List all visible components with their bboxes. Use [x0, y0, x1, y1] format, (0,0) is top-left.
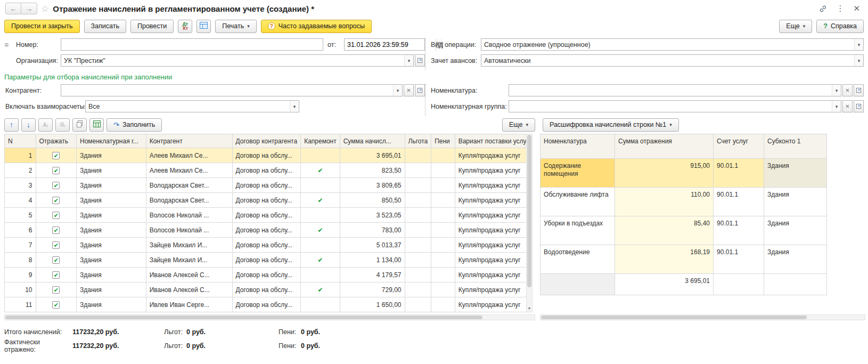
- nomenclature-group-clear-button[interactable]: ✕: [842, 100, 853, 112]
- close-icon[interactable]: ✕: [850, 4, 863, 13]
- back-button[interactable]: ←: [5, 3, 21, 14]
- reflect-checkbox[interactable]: ✔: [52, 256, 60, 264]
- scroll-down-icon[interactable]: ▼: [527, 305, 532, 312]
- table-row[interactable]: 8✔ЗданияЗайцев Михаил И...Договор на обс…: [5, 253, 533, 268]
- column-header[interactable]: N: [5, 134, 36, 148]
- more-menu-icon[interactable]: ⋮: [833, 4, 847, 13]
- move-up-button[interactable]: ↑: [4, 118, 19, 132]
- column-header[interactable]: Контрагент: [146, 134, 232, 148]
- check-all-button[interactable]: [89, 118, 104, 132]
- help-button[interactable]: ?Справка: [816, 20, 864, 33]
- chevron-down-icon[interactable]: ▾: [290, 101, 299, 112]
- nomenclature-clear-button[interactable]: ✕: [842, 84, 853, 96]
- chevron-down-icon[interactable]: ▾: [832, 101, 841, 112]
- print-button[interactable]: Печать▾: [215, 20, 256, 33]
- column-header[interactable]: Номенклатурная г...: [76, 134, 146, 148]
- print-label: Печать: [222, 22, 244, 30]
- column-header[interactable]: Сумма начисл...: [340, 134, 405, 148]
- counterparty-open-button[interactable]: [415, 84, 425, 96]
- sort-descending-button[interactable]: Я↓: [55, 118, 70, 132]
- reflect-checkbox[interactable]: ✔: [52, 271, 60, 279]
- nomenclature-group-open-button[interactable]: [854, 100, 864, 112]
- table-row[interactable]: 4✔ЗданияВолодарская Свет...Договор на об…: [5, 193, 533, 208]
- operation-combo[interactable]: Сводное отражение (упрощенное) ▾: [481, 38, 864, 51]
- chevron-down-icon[interactable]: ▾: [854, 55, 863, 66]
- column-header[interactable]: Капремонт: [301, 134, 340, 148]
- date-input[interactable]: [345, 39, 436, 50]
- column-header[interactable]: Договор контрагента: [232, 134, 301, 148]
- reflect-checkbox[interactable]: ✔: [52, 212, 60, 219]
- table-row[interactable]: 5✔ЗданияВолосов Николай ...Договор на об…: [5, 208, 533, 223]
- column-header[interactable]: Вариант поставки услуг: [455, 134, 532, 148]
- column-header[interactable]: Субконто 1: [764, 134, 827, 159]
- table-row[interactable]: 1✔ЗданияАлеев Михаил Се...Договор на обс…: [5, 148, 533, 163]
- nomenclature-combo[interactable]: ▾: [509, 84, 841, 96]
- reflect-checkbox[interactable]: ✔: [52, 197, 60, 204]
- cell-contract: Договор на обслу...: [232, 223, 301, 238]
- dtkt-button[interactable]: ДтКт: [178, 20, 192, 33]
- vertical-scrollbar[interactable]: ▼: [526, 134, 533, 312]
- table-row[interactable]: 3✔ЗданияВолодарская Свет...Договор на об…: [5, 178, 533, 193]
- advance-combo[interactable]: Автоматически ▾: [481, 54, 864, 67]
- table-row[interactable]: 11✔ЗданияИвлев Иван Серге...Договор на о…: [5, 297, 533, 312]
- favorite-star-icon[interactable]: ☆: [41, 3, 49, 14]
- fill-button[interactable]: ↷Заполнить: [107, 118, 162, 132]
- cell-penalty: [431, 282, 455, 297]
- table-row[interactable]: 7✔ЗданияЗайцев Михаил И...Договор на обс…: [5, 238, 533, 253]
- move-down-button[interactable]: ↓: [21, 118, 36, 132]
- organization-open-button[interactable]: [415, 54, 425, 67]
- forward-button[interactable]: →: [21, 3, 37, 14]
- horizontal-scrollbar-right[interactable]: [540, 314, 865, 320]
- cell-benefit: [405, 297, 431, 312]
- reflect-checkbox[interactable]: ✔: [52, 241, 60, 249]
- organization-combo[interactable]: УК "Престиж" ▾: [61, 54, 414, 67]
- nomenclature-open-button[interactable]: [854, 84, 864, 96]
- grid-more-button[interactable]: Еще▾: [502, 118, 535, 132]
- table-row[interactable]: 6✔ЗданияВолосов Николай ...Договор на об…: [5, 223, 533, 238]
- column-header[interactable]: Пени: [431, 134, 455, 148]
- copy-row-button[interactable]: [72, 118, 87, 132]
- post-button[interactable]: Провести: [130, 20, 174, 33]
- horizontal-scrollbar-thumb[interactable]: [541, 316, 807, 319]
- column-header[interactable]: Льгота: [405, 134, 431, 148]
- chevron-down-icon[interactable]: ▾: [393, 85, 402, 96]
- chevron-down-icon[interactable]: ▾: [832, 85, 841, 96]
- write-button[interactable]: Записать: [84, 20, 126, 33]
- table-row[interactable]: 10✔ЗданияИванов Алексей С...Договор на о…: [5, 282, 533, 297]
- more-button[interactable]: Еще▾: [779, 20, 812, 33]
- column-header[interactable]: Сумма отражения: [615, 134, 714, 159]
- reflect-checkbox[interactable]: ✔: [52, 286, 60, 294]
- reflect-checkbox[interactable]: ✔: [52, 152, 60, 159]
- breakdown-button[interactable]: Расшифровка начислений строки №1▾: [543, 118, 679, 132]
- column-header[interactable]: Счет услуг: [714, 134, 764, 159]
- horizontal-scrollbar-left[interactable]: [4, 314, 535, 320]
- chevron-down-icon[interactable]: ▾: [854, 39, 863, 50]
- reflect-checkbox[interactable]: ✔: [52, 301, 60, 309]
- table-row[interactable]: 2✔ЗданияАлеев Михаил Се...Договор на обс…: [5, 163, 533, 178]
- faq-button[interactable]: ? Часто задаваемые вопросы: [261, 20, 372, 33]
- counterparty-clear-button[interactable]: ✕: [404, 84, 414, 96]
- nomenclature-group-combo[interactable]: ▾: [509, 100, 841, 112]
- vertical-scrollbar-thumb[interactable]: [527, 135, 531, 287]
- counterparty-combo[interactable]: ▾: [61, 84, 403, 96]
- settlements-combo[interactable]: Все ▾: [85, 100, 299, 112]
- table-row[interactable]: Водоотведение168,1990.01.1Здания: [541, 245, 827, 274]
- chevron-down-icon[interactable]: ▾: [404, 55, 413, 66]
- reflect-checkbox[interactable]: ✔: [52, 227, 60, 234]
- sort-ascending-button[interactable]: А↓: [38, 118, 53, 132]
- link-icon[interactable]: [816, 5, 830, 13]
- structure-button[interactable]: [196, 20, 211, 33]
- horizontal-scrollbar-thumb[interactable]: [5, 316, 482, 319]
- cell-reflect: ✔: [36, 223, 76, 238]
- table-row[interactable]: Содержание помещения915,0090.01.1Здания: [541, 159, 827, 188]
- form-menu-icon[interactable]: ≡: [4, 41, 16, 49]
- table-row[interactable]: Уборки в подъездах85,4090.01.1Здания: [541, 216, 827, 245]
- post-and-close-button[interactable]: Провести и закрыть: [4, 20, 80, 33]
- table-row[interactable]: Обслуживание лифта110,0090.01.1Здания: [541, 188, 827, 216]
- column-header[interactable]: Номенклатура: [541, 134, 615, 159]
- number-input[interactable]: [61, 39, 323, 50]
- reflect-checkbox[interactable]: ✔: [52, 182, 60, 189]
- reflect-checkbox[interactable]: ✔: [52, 167, 60, 174]
- table-row[interactable]: 9✔ЗданияИванов Алексей С...Договор на об…: [5, 268, 533, 282]
- column-header[interactable]: Отражать: [36, 134, 76, 148]
